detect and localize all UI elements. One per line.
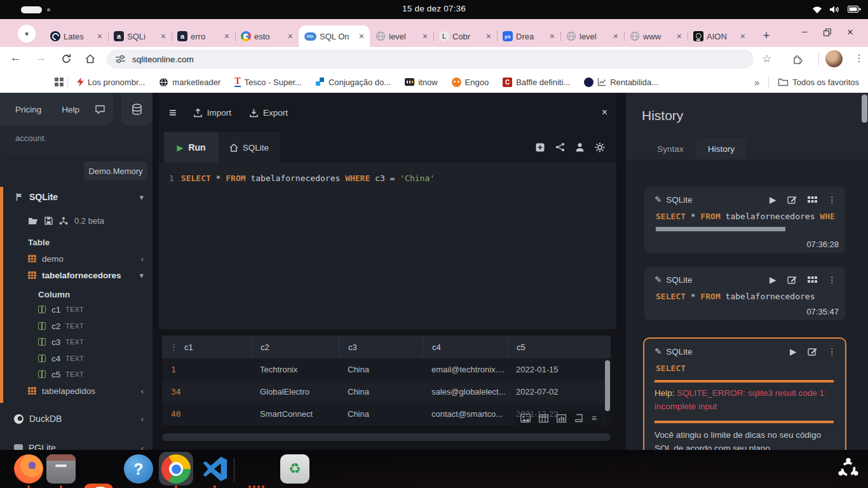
gear-icon[interactable] [595, 142, 605, 152]
results-scrollbar-thumb[interactable] [605, 360, 610, 411]
site-settings-icon[interactable] [116, 55, 125, 64]
chevron-left-icon[interactable]: ‹ [141, 414, 144, 424]
history-card[interactable]: ✎ SQLite ▶ ⋮ SELECT * FROM tabelafornece… [644, 267, 845, 320]
system-clock[interactable]: 15 de dez 07:36 [0, 4, 868, 13]
results-header-c2[interactable]: c2 [251, 336, 339, 358]
pricing-link[interactable]: Pricing [15, 105, 41, 114]
sidebar-column-c4[interactable]: c4 TEXT [0, 351, 153, 365]
table-row[interactable]: 34 GlobalElectro China sales@globalelect… [162, 381, 611, 403]
browser-tab[interactable]: www × [624, 25, 688, 47]
tab-close-icon[interactable]: × [740, 32, 745, 41]
card-scrollbar[interactable] [656, 227, 785, 231]
tab-close-icon[interactable]: × [423, 32, 428, 41]
more-options-icon[interactable]: ⋮ [828, 194, 837, 205]
results-header-c1[interactable]: ⋮c1 [162, 336, 251, 358]
edit-icon[interactable] [787, 275, 797, 284]
share-tree-icon[interactable] [59, 217, 68, 225]
window-minimize-button[interactable]: – [802, 25, 807, 36]
results-header-c3[interactable]: c3 [339, 336, 423, 358]
user-icon[interactable] [575, 142, 585, 152]
browser-tab[interactable]: ps Drea × [497, 25, 560, 47]
bookmark-item[interactable]: TTesco - Super... [234, 77, 302, 87]
bookmark-item[interactable]: CBaffle definiti... [503, 78, 570, 87]
sidebar-column-c2[interactable]: c2 TEXT [0, 319, 153, 333]
apps-grid-icon[interactable] [55, 78, 64, 86]
column-options-icon[interactable]: ⋮ [170, 342, 178, 352]
all-bookmarks-button[interactable]: Todos os favoritos [778, 78, 859, 87]
sql-editor[interactable]: 1SELECT * FROM tabelafornecedores WHERE … [159, 163, 616, 329]
results-header-c5[interactable]: c5 [507, 336, 611, 358]
run-button[interactable]: ▶ Run [164, 132, 219, 163]
chart-view-icon[interactable] [557, 414, 566, 423]
window-restore-button[interactable] [824, 29, 831, 36]
more-options-icon[interactable]: ⋮ [828, 346, 837, 356]
sidebar-item-pglite[interactable]: PGLite ‹ [0, 441, 153, 450]
import-button[interactable]: Import [193, 108, 231, 118]
run-history-icon[interactable]: ▶ [770, 274, 776, 285]
grid-icon[interactable] [808, 196, 817, 203]
tab-close-icon[interactable]: × [613, 32, 618, 41]
sidebar-item-duckdb[interactable]: DuckDB ‹ [0, 412, 153, 426]
profile-avatar[interactable] [825, 50, 843, 67]
browser-tab[interactable]: Lates × [44, 25, 108, 47]
volume-icon[interactable] [829, 5, 840, 14]
tab-close-icon[interactable]: × [550, 32, 555, 41]
new-tab-button[interactable]: + [757, 27, 775, 44]
page-scrollbar-thumb[interactable] [862, 95, 867, 123]
chevron-down-icon[interactable]: ▾ [139, 193, 144, 202]
menu-icon[interactable]: ≡ [169, 105, 177, 120]
bookmark-item[interactable]: Engoo [452, 78, 489, 87]
browser-tab[interactable]: a erro × [172, 25, 235, 47]
tab-history[interactable]: History [696, 138, 747, 159]
tab-close-icon[interactable]: × [486, 32, 491, 41]
tab-search-button[interactable]: ▾ [18, 25, 36, 43]
run-history-icon[interactable]: ▶ [770, 194, 776, 205]
edit-icon[interactable] [808, 347, 817, 356]
help-link[interactable]: Help [62, 105, 79, 114]
tab-close-icon[interactable]: × [224, 32, 229, 41]
window-close-button[interactable]: × [847, 26, 853, 39]
firefox-icon[interactable] [14, 454, 43, 484]
bookmark-item[interactable]: Conjugação do... [316, 78, 391, 87]
sidebar-table-tabelapedidos[interactable]: tabelapedidos ‹ [0, 384, 153, 398]
export-image-icon[interactable] [520, 414, 531, 423]
tab-close-icon[interactable]: × [359, 32, 364, 41]
bookmark-item[interactable]: itnow [405, 78, 437, 87]
extensions-icon[interactable] [792, 53, 803, 64]
menu-view-icon[interactable]: ≡ [592, 414, 597, 423]
save-icon[interactable] [44, 217, 53, 225]
tab-syntax[interactable]: Syntax [648, 138, 693, 159]
chrome-icon[interactable] [161, 454, 191, 484]
files-icon[interactable] [46, 454, 76, 484]
table-view-icon[interactable] [539, 414, 548, 423]
run-history-icon[interactable]: ▶ [790, 346, 796, 356]
address-bar[interactable]: sqliteonline.com [107, 50, 754, 69]
tab-close-icon[interactable]: × [97, 32, 102, 41]
browser-tab[interactable]: level × [370, 25, 433, 47]
chevron-left-icon[interactable]: ‹ [141, 254, 144, 264]
show-apps-button[interactable] [836, 457, 860, 481]
forward-icon[interactable]: → [36, 51, 46, 64]
software-store-icon[interactable]: A [84, 484, 113, 488]
sidebar-table-demo[interactable]: demo ‹ [0, 252, 153, 266]
chevron-down-icon[interactable]: ▾ [139, 271, 144, 280]
browser-menu-icon[interactable]: ⋮ [854, 52, 864, 64]
bookmark-item[interactable]: marketleader [159, 78, 220, 87]
chevron-left-icon[interactable]: ‹ [141, 386, 144, 396]
help-icon[interactable]: ? [124, 454, 153, 484]
results-header-c4[interactable]: c4 [423, 336, 507, 358]
table-row[interactable]: 1 Techtronix China email@techtronix.... … [162, 358, 611, 381]
grid-icon[interactable] [808, 276, 817, 283]
browser-tab[interactable]: AION × [688, 25, 751, 47]
edit-icon[interactable] [787, 195, 797, 204]
sidebar-column-c3[interactable]: c3 TEXT [0, 335, 153, 349]
tab-close-icon[interactable]: × [288, 32, 293, 41]
share-icon[interactable] [555, 142, 565, 152]
open-folder-icon[interactable] [28, 217, 38, 225]
bookmark-item[interactable]: Rentabilida... [584, 78, 658, 87]
bookmarks-overflow-icon[interactable]: » [754, 77, 759, 88]
sidebar-item-sqlite[interactable]: SQLite ▾ [0, 190, 153, 204]
chevron-left-icon[interactable]: ‹ [141, 444, 144, 451]
add-box-icon[interactable] [535, 142, 545, 152]
sidebar-table-tabelafornecedores[interactable]: tabelafornecedores ▾ [0, 268, 153, 282]
